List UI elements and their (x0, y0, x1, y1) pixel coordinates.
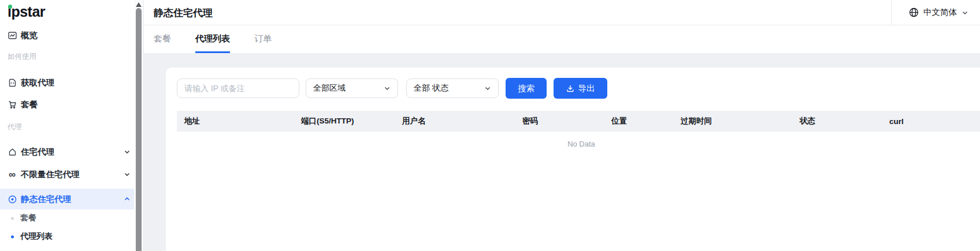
column-header-port: 端口(S5/HTTP) (301, 116, 354, 126)
region-select[interactable]: 全部区域 (306, 78, 398, 98)
content-area: 全部区域 全部 状态 搜索 (144, 53, 980, 251)
infinity-icon: ∞ (8, 170, 17, 179)
sidebar-subitem-packages[interactable]: 套餐 (0, 212, 134, 224)
chevron-up-icon (124, 196, 131, 203)
scroll-up-arrow-icon[interactable] (136, 2, 142, 7)
sidebar-subitem-proxy-list[interactable]: 代理列表 (0, 230, 134, 243)
chevron-down-icon (124, 148, 131, 155)
search-button[interactable]: 搜索 (506, 78, 547, 99)
location-pin-icon (8, 194, 17, 204)
tab-proxy-list[interactable]: 代理列表 (195, 25, 230, 53)
sidebar-scrollbar[interactable] (134, 0, 143, 251)
sidebar-subitem-label: 套餐 (20, 213, 36, 223)
header-divider (891, 0, 892, 25)
scrollbar-thumb[interactable] (136, 8, 142, 251)
export-button[interactable]: 导出 (554, 78, 607, 99)
sidebar-item-packages[interactable]: 套餐 (0, 98, 134, 111)
column-header-curl: curl (889, 117, 904, 126)
document-code-icon (8, 78, 17, 87)
region-select-value: 全部区域 (313, 83, 346, 93)
column-header-password: 密码 (522, 116, 538, 126)
sidebar-item-residential-proxy[interactable]: 住宅代理 (0, 145, 134, 158)
filter-row: 全部区域 全部 状态 搜索 (177, 78, 607, 99)
column-header-expiry: 过期时间 (681, 116, 712, 126)
sidebar: ipstar 概览 如何使用 获取代理 套餐 代理 (0, 0, 134, 251)
chart-icon (8, 31, 17, 40)
sidebar-subitem-label: 代理列表 (20, 231, 53, 242)
column-header-status: 状态 (800, 116, 815, 126)
table-header-row: 地址 端口(S5/HTTP) 用户名 密码 位置 过期时间 状态 curl (177, 111, 980, 132)
sidebar-item-label: 获取代理 (21, 77, 54, 88)
sidebar-section-how-to-use: 如何使用 (8, 52, 36, 62)
main-area: 静态住宅代理 中文简体 套餐 代理列表 订单 (143, 0, 980, 251)
sidebar-item-label: 静态住宅代理 (21, 194, 71, 205)
chevron-down-icon (124, 171, 131, 178)
brand-logo-text: ipstar (8, 3, 45, 20)
status-select-value: 全部 状态 (414, 83, 448, 93)
sidebar-item-unlimited-residential-proxy[interactable]: ∞ 不限量住宅代理 (0, 168, 134, 181)
bullet-dot-icon (11, 217, 14, 220)
chevron-down-icon (484, 85, 491, 92)
page-title: 静态住宅代理 (154, 6, 213, 19)
tab-orders[interactable]: 订单 (254, 25, 272, 53)
chevron-down-icon (384, 85, 391, 92)
sidebar-item-label: 不限量住宅代理 (21, 169, 80, 180)
download-icon (566, 84, 574, 92)
language-label: 中文简体 (923, 7, 957, 18)
top-header-bar: 静态住宅代理 中文简体 (144, 0, 980, 25)
tab-packages[interactable]: 套餐 (154, 25, 171, 53)
sidebar-item-label: 住宅代理 (21, 147, 54, 158)
chevron-down-icon (962, 9, 968, 16)
ip-remark-search-input[interactable] (177, 78, 299, 98)
sidebar-item-static-residential-proxy[interactable]: 静态住宅代理 (0, 189, 134, 209)
sidebar-item-label: 套餐 (21, 99, 38, 110)
proxy-list-card: 全部区域 全部 状态 搜索 (166, 68, 980, 251)
column-header-address: 地址 (184, 116, 200, 126)
sidebar-item-get-proxy[interactable]: 获取代理 (0, 76, 134, 89)
home-icon (8, 147, 17, 156)
sidebar-item-label: 概览 (21, 30, 38, 41)
brand-logo-green-dot-icon (8, 5, 12, 9)
tabs-bar: 套餐 代理列表 订单 (144, 25, 980, 53)
status-select[interactable]: 全部 状态 (406, 78, 499, 98)
sidebar-item-overview[interactable]: 概览 (0, 29, 134, 42)
column-header-location: 位置 (611, 116, 627, 126)
bullet-dot-icon (11, 235, 14, 238)
column-header-username: 用户名 (402, 116, 426, 126)
brand-logo[interactable]: ipstar (8, 3, 45, 20)
empty-state-text: No Data (177, 140, 980, 148)
sidebar-section-proxy: 代理 (8, 122, 22, 132)
globe-icon (909, 8, 919, 17)
language-selector[interactable]: 中文简体 (909, 0, 968, 25)
export-button-label: 导出 (578, 83, 595, 94)
cart-icon (8, 100, 17, 109)
